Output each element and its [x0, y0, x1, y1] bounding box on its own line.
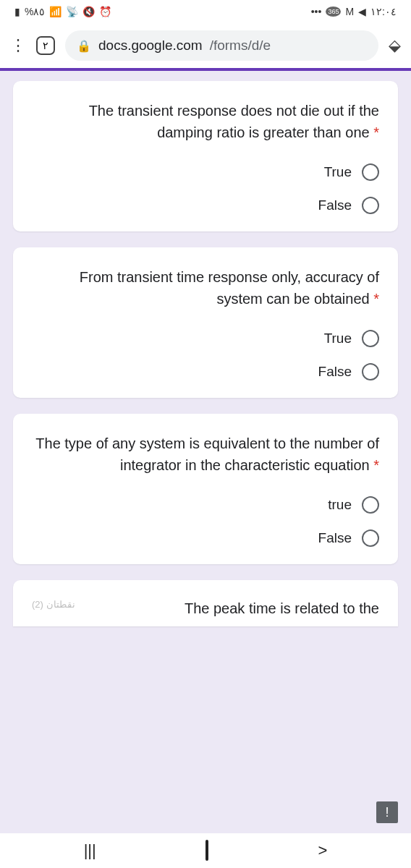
- required-asterisk: *: [373, 291, 379, 307]
- question-card-partial: (2) نقطتان The peak time is related to t…: [13, 580, 398, 626]
- alarm-icon: ⏰: [99, 6, 111, 17]
- question-text: The transient response does not die out …: [32, 100, 379, 143]
- recent-apps-button[interactable]: |||: [84, 841, 96, 860]
- question-text: From transient time response only, accur…: [32, 266, 379, 310]
- radio-icon: [362, 496, 379, 514]
- battery-percent: %٨٥: [25, 6, 45, 17]
- question-card: The transient response does not die out …: [13, 81, 398, 231]
- option-false[interactable]: False: [318, 363, 379, 380]
- option-group: True False: [32, 330, 379, 380]
- option-true[interactable]: true: [328, 496, 379, 514]
- option-label: True: [324, 331, 352, 346]
- radio-icon: [362, 197, 379, 214]
- form-body: The transient response does not die out …: [0, 71, 411, 833]
- menu-icon[interactable]: ⋮: [10, 36, 26, 55]
- location-icon: ◀: [358, 6, 366, 17]
- home-button[interactable]: [206, 841, 208, 860]
- option-label: False: [318, 364, 352, 380]
- question-text: The type of any system is equivalent to …: [32, 433, 379, 476]
- report-problem-button[interactable]: !: [376, 801, 398, 823]
- required-asterisk: *: [373, 457, 379, 473]
- radio-icon: [362, 363, 379, 380]
- required-asterisk: *: [373, 124, 379, 140]
- option-label: True: [324, 164, 352, 180]
- status-bar: ▮ %٨٥ 📶 📡 🔇 ⏰ ١٢:٠٤ ◀ M 365 •••: [0, 0, 411, 23]
- radio-icon: [362, 529, 379, 547]
- alert-icon: !: [385, 805, 389, 820]
- option-label: False: [318, 197, 352, 213]
- browser-bar: ⋮ ٢ 🔒 docs.google.com/forms/d/e ⬙: [0, 23, 411, 68]
- gmail-icon: M: [345, 6, 354, 17]
- status-left: ▮ %٨٥ 📶 📡 🔇 ⏰: [14, 6, 111, 17]
- back-button[interactable]: >: [318, 841, 327, 860]
- tab-count: ٢: [43, 40, 48, 51]
- option-label: true: [328, 497, 352, 513]
- clock: ١٢:٠٤: [370, 6, 397, 17]
- wifi-icon: 📡: [66, 6, 78, 17]
- more-icon: •••: [311, 6, 322, 17]
- question-card: From transient time response only, accur…: [13, 247, 398, 398]
- lock-icon: 🔒: [77, 39, 91, 53]
- tab-count-button[interactable]: ٢: [36, 36, 55, 55]
- points-label: (2) نقطتان: [32, 599, 75, 610]
- question-text: The peak time is related to the: [185, 599, 379, 617]
- signal-icon: 📶: [49, 6, 62, 17]
- option-false[interactable]: False: [318, 197, 379, 214]
- battery-icon: ▮: [14, 6, 20, 17]
- option-true[interactable]: True: [324, 163, 379, 181]
- system-nav-bar: ||| >: [0, 833, 411, 868]
- option-group: True False: [32, 163, 379, 214]
- badge-365: 365: [326, 7, 341, 17]
- option-label: False: [318, 530, 352, 546]
- radio-icon: [362, 163, 379, 181]
- mute-icon: 🔇: [82, 6, 95, 17]
- option-true[interactable]: True: [324, 330, 379, 347]
- radio-icon: [362, 330, 379, 347]
- question-card: The type of any system is equivalent to …: [13, 414, 398, 564]
- url-host: docs.google.com: [98, 38, 203, 54]
- option-group: true False: [32, 496, 379, 547]
- status-right: ١٢:٠٤ ◀ M 365 •••: [311, 6, 397, 17]
- url-bar[interactable]: 🔒 docs.google.com/forms/d/e: [65, 30, 378, 61]
- option-false[interactable]: False: [318, 529, 379, 547]
- home-icon: [206, 840, 208, 861]
- home-icon[interactable]: ⬙: [389, 36, 401, 55]
- url-path: /forms/d/e: [210, 38, 271, 54]
